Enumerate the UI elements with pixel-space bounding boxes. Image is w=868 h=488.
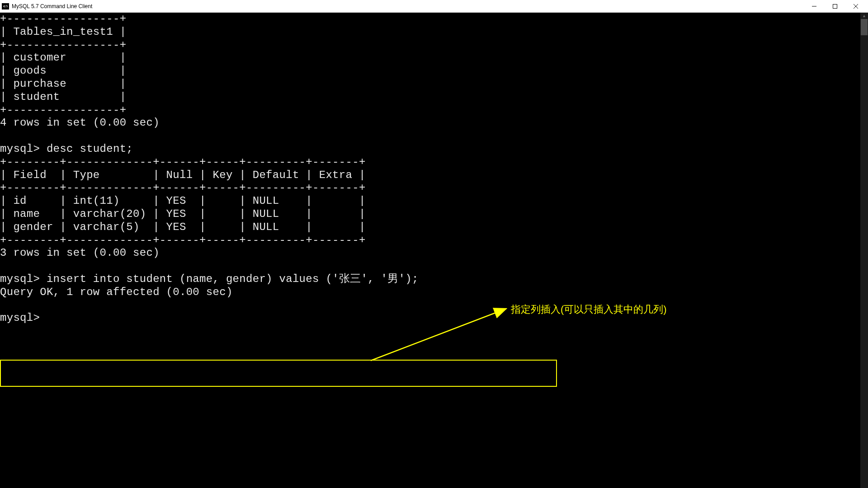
svg-rect-1: [833, 4, 837, 8]
window-title-bar: c:\ MySQL 5.7 Command Line Client: [0, 0, 868, 13]
desc-row: | gender | varchar(5) | YES | | NULL | |: [0, 221, 366, 233]
tables-row: | student |: [0, 91, 126, 103]
desc-border-top: +--------+-------------+------+-----+---…: [0, 156, 366, 168]
tables-summary: 4 rows in set (0.00 sec): [0, 117, 160, 129]
scroll-up-icon[interactable]: ▲: [860, 13, 868, 19]
terminal-output: +-----------------+ | Tables_in_test1 | …: [0, 13, 868, 325]
window-title: MySQL 5.7 Command Line Client: [12, 3, 92, 9]
insert-command: insert into student (name, gender) value…: [47, 273, 419, 285]
app-icon: c:\: [2, 3, 9, 9]
insert-result: Query OK, 1 row affected (0.00 sec): [0, 286, 233, 298]
desc-command: desc student;: [47, 143, 133, 155]
prompt: mysql>: [0, 143, 47, 155]
close-button[interactable]: [845, 0, 866, 13]
maximize-button[interactable]: [825, 0, 845, 13]
desc-row: | name | varchar(20) | YES | | NULL | |: [0, 208, 366, 220]
vertical-scrollbar[interactable]: ▲: [860, 13, 868, 488]
desc-header: | Field | Type | Null | Key | Default | …: [0, 169, 366, 181]
final-prompt: mysql>: [0, 312, 47, 324]
desc-border-bottom: +--------+-------------+------+-----+---…: [0, 234, 366, 246]
tables-row: | goods |: [0, 65, 126, 77]
terminal-area[interactable]: +-----------------+ | Tables_in_test1 | …: [0, 13, 868, 488]
tables-row: | customer |: [0, 52, 126, 64]
minimize-button[interactable]: [804, 0, 825, 13]
tables-border-mid: +-----------------+: [0, 39, 126, 51]
tables-border-top: +-----------------+: [0, 13, 126, 25]
desc-row: | id | int(11) | YES | | NULL | |: [0, 195, 366, 207]
tables-border-bottom: +-----------------+: [0, 104, 126, 116]
desc-border-mid: +--------+-------------+------+-----+---…: [0, 182, 366, 194]
tables-header: | Tables_in_test1 |: [0, 26, 126, 38]
tables-row: | purchase |: [0, 78, 126, 90]
highlight-box: [0, 360, 557, 387]
window-controls: [804, 0, 866, 13]
desc-summary: 3 rows in set (0.00 sec): [0, 247, 160, 259]
prompt: mysql>: [0, 273, 47, 285]
scrollbar-thumb[interactable]: [861, 19, 868, 35]
